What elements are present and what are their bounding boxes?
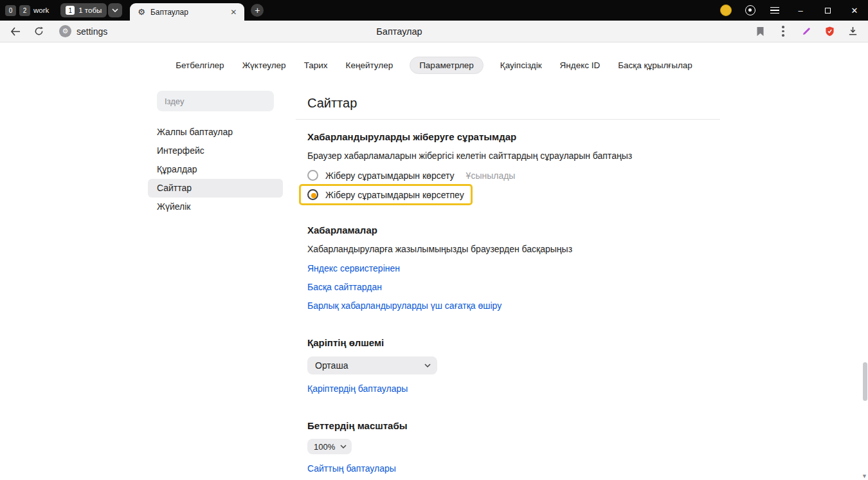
notifications-heading: Хабарламалар — [307, 225, 709, 235]
assistant-button[interactable] — [738, 0, 763, 21]
assistant-icon — [745, 5, 755, 15]
window-minimize-button[interactable]: – — [787, 0, 814, 21]
tab-downloads[interactable]: Жүктеулер — [241, 57, 287, 73]
browser-menu-button[interactable] — [763, 0, 787, 21]
tab-counter-badge[interactable]: 0 — [5, 5, 16, 16]
push-requests-description: Браузер хабарламаларын жібергісі келетін… — [307, 151, 709, 161]
back-button[interactable] — [4, 23, 27, 41]
tab-settings[interactable]: Параметрлер — [410, 57, 484, 74]
zoom-links: Сайттың баптаулары — [307, 459, 709, 478]
radio-hide-requests-label: Жіберу сұратымдарын көрсетпеу — [325, 190, 464, 200]
sidebar-item-system[interactable]: Жүйелік — [148, 198, 283, 216]
profile-avatar-button[interactable] — [714, 0, 738, 21]
page-zoom-value: 100% — [314, 442, 335, 452]
link-mute-all-3h[interactable]: Барлық хабарландыруларды үш сағатқа өшір… — [307, 297, 709, 315]
url-text: settings — [77, 26, 107, 37]
editor-pen-button[interactable] — [795, 23, 818, 41]
chevron-down-icon — [340, 445, 347, 448]
browser-toolbar: ⚙ settings Баптаулар — [0, 21, 868, 42]
recommended-hint: Ұсынылады — [466, 171, 516, 181]
radio-show-requests-label: Жіберу сұратымдарын көрсету — [325, 171, 455, 181]
settings-top-nav: Бетбелгілер Жүктеулер Тарих Кеңейтулер П… — [0, 42, 868, 74]
radio-unchecked-icon[interactable] — [307, 170, 318, 181]
vertical-dots-icon — [782, 26, 784, 37]
radio-checked-icon[interactable] — [307, 189, 318, 200]
settings-content: Сайттар Хабарландыруларды жіберуге сұрат… — [296, 89, 720, 478]
font-size-dropdown[interactable]: Орташа — [307, 356, 437, 374]
tab-extensions[interactable]: Кеңейтулер — [345, 57, 395, 73]
tab-other-devices[interactable]: Басқа құрылғылар — [617, 57, 694, 73]
sidebar-item-tools[interactable]: Құралдар — [148, 160, 283, 179]
tab-group-chevron-button[interactable] — [108, 3, 122, 17]
avatar — [720, 5, 732, 16]
tab-strip: 0 2 work 1 1 тобы ⚙ Баптаулар ✕ + — [0, 0, 714, 21]
chevron-down-icon — [424, 364, 431, 367]
tab-security[interactable]: Қауіпсіздік — [499, 57, 543, 73]
notifications-description: Хабарландыруларға жазылымыңызды браузерд… — [307, 244, 709, 254]
settings-sidebar: Жалпы баптаулар Интерфейс Құралдар Сайтт… — [148, 89, 283, 478]
address-bar[interactable]: ⚙ settings Баптаулар — [50, 23, 748, 41]
page-title: Сайттар — [296, 89, 720, 120]
toolbar-more-button[interactable] — [772, 23, 795, 41]
titlebar-right: – ✕ — [714, 0, 868, 21]
search-input[interactable] — [157, 91, 274, 111]
scrollbar-thumb[interactable] — [863, 362, 867, 401]
sidebar-item-sites[interactable]: Сайттар — [148, 179, 283, 198]
sidebar-list: Жалпы баптаулар Интерфейс Құралдар Сайтт… — [148, 123, 283, 216]
bookmark-button[interactable] — [748, 23, 772, 41]
hamburger-icon — [770, 7, 779, 14]
sidebar-item-interface[interactable]: Интерфейс — [148, 142, 283, 160]
sidebar-item-general[interactable]: Жалпы баптаулар — [148, 123, 283, 142]
radio-show-requests[interactable]: Жіберу сұратымдарын көрсету Ұсынылады — [307, 170, 709, 181]
bookmark-flag-icon — [756, 26, 764, 37]
tab-yandex-id[interactable]: Яндекс ID — [559, 57, 602, 73]
titlebar: 0 2 work 1 1 тобы ⚙ Баптаулар ✕ + – ✕ — [0, 0, 868, 21]
annotation-highlight-box: Жіберу сұратымдарын көрсетпеу — [299, 184, 473, 205]
chevron-down-icon — [112, 8, 118, 12]
page-zoom-heading: Беттердің масштабы — [307, 420, 709, 431]
tab-group-count-badge: 1 — [66, 6, 75, 15]
pen-icon — [802, 26, 811, 36]
font-size-value: Орташа — [315, 360, 348, 371]
link-site-settings[interactable]: Сайттың баптаулары — [307, 459, 709, 478]
site-icon: ⚙ — [59, 25, 71, 37]
window-maximize-button[interactable] — [814, 0, 841, 21]
link-yandex-services[interactable]: Яндекс сервистерінен — [307, 259, 709, 278]
shield-icon — [825, 26, 835, 37]
page-zoom-dropdown[interactable]: 100% — [307, 439, 352, 454]
protect-button[interactable] — [818, 23, 841, 41]
tab-group-name: 1 тобы — [78, 6, 102, 14]
tab-bookmarks[interactable]: Бетбелгілер — [174, 57, 225, 73]
download-icon — [848, 26, 858, 36]
link-other-sites[interactable]: Басқа сайттардан — [307, 278, 709, 297]
active-tab-title: Баптаулар — [150, 8, 228, 17]
refresh-icon — [34, 26, 44, 36]
work-group-badge[interactable]: 2 — [19, 5, 30, 16]
tab-group-pill[interactable]: 1 1 тобы — [60, 3, 107, 17]
font-links: Қаріптердің баптаулары — [307, 380, 709, 398]
notifications-links: Яндекс сервистерінен Басқа сайттардан Ба… — [307, 259, 709, 315]
tab-history[interactable]: Тарих — [303, 57, 329, 73]
settings-layout: Жалпы баптаулар Интерфейс Құралдар Сайтт… — [148, 89, 720, 478]
push-requests-heading: Хабарландыруларды жіберуге сұратымдар — [307, 131, 709, 142]
gear-icon: ⚙ — [138, 7, 145, 17]
scrollbar-down-arrow[interactable]: ▼ — [862, 473, 867, 479]
back-arrow-icon — [10, 27, 21, 36]
window-close-button[interactable]: ✕ — [841, 0, 868, 21]
new-tab-button[interactable]: + — [251, 4, 264, 17]
active-tab-settings[interactable]: ⚙ Баптаулар ✕ — [130, 3, 244, 21]
radio-hide-requests[interactable]: Жіберу сұратымдарын көрсетпеу — [307, 189, 464, 200]
maximize-icon — [825, 8, 831, 14]
settings-page: Бетбелгілер Жүктеулер Тарих Кеңейтулер П… — [0, 42, 868, 480]
omnibox-page-title: Баптаулар — [50, 26, 748, 37]
link-font-settings[interactable]: Қаріптердің баптаулары — [307, 380, 709, 398]
work-group-label[interactable]: work — [33, 6, 49, 14]
font-size-heading: Қаріптің өлшемі — [307, 337, 709, 348]
refresh-button[interactable] — [27, 23, 50, 41]
downloads-button[interactable] — [841, 23, 864, 41]
tab-close-icon[interactable]: ✕ — [228, 6, 239, 18]
